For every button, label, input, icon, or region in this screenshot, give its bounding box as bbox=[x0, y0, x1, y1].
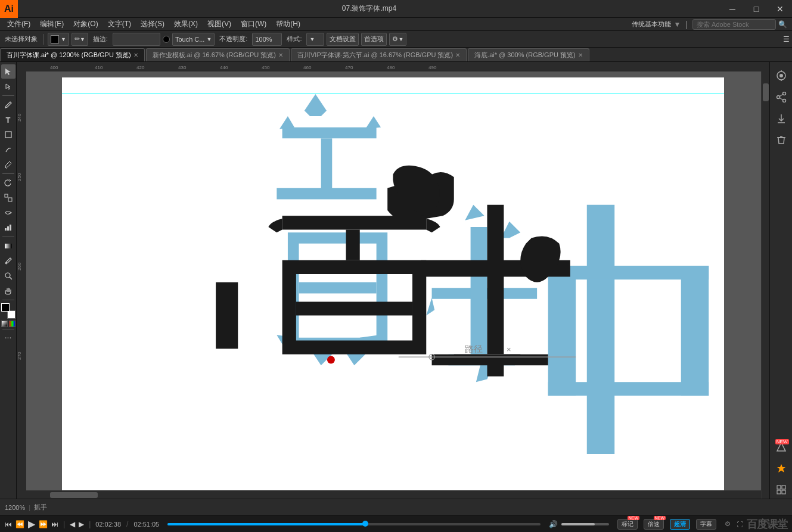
volume-slider[interactable] bbox=[561, 523, 609, 525]
menu-object[interactable]: 对象(O) bbox=[69, 18, 103, 31]
toolbar-right-icon[interactable]: ☰ bbox=[783, 35, 790, 43]
volume-fill bbox=[561, 523, 595, 525]
video-prev-chapter[interactable]: ◀ bbox=[70, 520, 75, 528]
svg-line-1 bbox=[5, 167, 7, 169]
stroke-swatch[interactable] bbox=[51, 35, 59, 43]
menu-view[interactable]: 视图(V) bbox=[203, 18, 236, 31]
video-speed-btn[interactable]: 倍速 NEW bbox=[644, 519, 664, 530]
properties-panel-toggle[interactable] bbox=[772, 67, 790, 85]
tab-close-1[interactable]: ✕ bbox=[278, 52, 283, 58]
scrollbar-horizontal[interactable] bbox=[26, 490, 761, 499]
video-progress-bar[interactable] bbox=[167, 523, 541, 525]
current-tool: 抓手 bbox=[34, 503, 47, 512]
tab-0[interactable]: 百川字体课.ai* @ 1200% (RGB/GPU 预览) ✕ bbox=[0, 48, 145, 61]
tool-direct-select[interactable] bbox=[1, 79, 15, 94]
minimize-button[interactable]: ─ bbox=[720, 0, 744, 18]
tab-3[interactable]: 海底.ai* @ 300% (RGB/GPU 预览) ✕ bbox=[468, 48, 589, 61]
bg-color[interactable] bbox=[7, 310, 15, 319]
touch-dropdown[interactable]: Touch C... ▼ bbox=[172, 33, 215, 46]
tool-brush[interactable] bbox=[1, 157, 15, 172]
artwork-svg: 路径 × bbox=[62, 77, 724, 493]
maximize-button[interactable]: □ bbox=[744, 0, 768, 18]
brush-tool[interactable]: ✏ ▼ bbox=[72, 33, 88, 46]
menu-right: 传统基本功能 ▼ | 🔍 bbox=[632, 19, 792, 30]
video-bookmark-btn[interactable]: 标记 NEW bbox=[617, 519, 638, 530]
video-time-current: 02:02:38 bbox=[95, 521, 121, 528]
tab-label-1: 新作业模板.ai @ 16.67% (RGB/GPU 预览) bbox=[153, 51, 276, 60]
search-icon[interactable]: 🔍 bbox=[778, 20, 787, 29]
stock-search[interactable] bbox=[692, 19, 776, 30]
svg-text:450: 450 bbox=[262, 65, 270, 70]
opacity-label: 不透明度: bbox=[217, 33, 250, 46]
touch-arrow[interactable]: ▼ bbox=[206, 36, 212, 42]
tool-scale[interactable] bbox=[1, 191, 15, 205]
video-rewind[interactable]: ⏮ bbox=[5, 520, 12, 528]
workspace-mode[interactable]: 传统基本功能 bbox=[632, 20, 671, 29]
tool-pencil[interactable] bbox=[1, 142, 15, 157]
color-swatches[interactable] bbox=[1, 303, 15, 319]
tab-close-0[interactable]: ✕ bbox=[133, 52, 138, 58]
scroll-thumb-h[interactable] bbox=[50, 492, 98, 498]
new-feature-button[interactable]: NEW bbox=[772, 438, 790, 456]
menu-select[interactable]: 选择(S) bbox=[136, 18, 169, 31]
menu-effect[interactable]: 效果(X) bbox=[169, 18, 203, 31]
tool-graph[interactable] bbox=[1, 220, 15, 235]
menu-help[interactable]: 帮助(H) bbox=[271, 18, 305, 31]
doc-settings-button[interactable]: 文档设置 bbox=[327, 33, 359, 46]
more-tools[interactable]: ··· bbox=[1, 331, 15, 343]
none-icon[interactable] bbox=[1, 321, 8, 327]
more-button[interactable]: ⚙▼ bbox=[389, 33, 406, 46]
bookmark-new-tag: NEW bbox=[628, 516, 639, 520]
zoom-level[interactable]: 1200% bbox=[5, 504, 25, 511]
video-fullscreen[interactable]: ⛶ bbox=[737, 521, 743, 528]
menu-text[interactable]: 文字(T) bbox=[103, 18, 136, 31]
tool-warp[interactable] bbox=[1, 206, 15, 220]
video-caption-btn[interactable]: 字幕 bbox=[696, 519, 716, 530]
svg-text:490: 490 bbox=[428, 65, 437, 70]
stroke-color-box[interactable]: ▼ bbox=[48, 33, 69, 46]
download-button[interactable] bbox=[772, 110, 790, 127]
tool-zoom[interactable] bbox=[1, 269, 15, 283]
menu-window[interactable]: 窗口(W) bbox=[236, 18, 271, 31]
stroke-dropdown-arrow[interactable]: ▼ bbox=[61, 36, 66, 42]
tool-text[interactable]: T bbox=[1, 113, 15, 127]
video-volume[interactable]: 🔊 bbox=[549, 520, 558, 528]
preferences-button[interactable]: 首选项 bbox=[361, 33, 387, 46]
svg-line-41 bbox=[779, 94, 783, 97]
fg-color[interactable] bbox=[1, 303, 10, 312]
video-play[interactable]: ▶ bbox=[28, 518, 35, 530]
tab-1[interactable]: 新作业模板.ai @ 16.67% (RGB/GPU 预览) ✕ bbox=[146, 48, 290, 61]
brush-dropdown[interactable]: ▼ bbox=[80, 36, 85, 42]
pin-button[interactable] bbox=[772, 459, 790, 477]
arrange-button[interactable] bbox=[772, 481, 790, 499]
gradient-icon[interactable] bbox=[9, 321, 15, 327]
video-settings[interactable]: ⚙ bbox=[725, 520, 731, 528]
video-fast-forward[interactable]: ⏭ bbox=[51, 520, 58, 528]
tool-pen[interactable] bbox=[1, 98, 15, 112]
stroke-value-box[interactable] bbox=[113, 33, 160, 46]
tab-close-3[interactable]: ✕ bbox=[578, 52, 583, 58]
tab-2[interactable]: 百川VIP字体课·第六节.ai @ 16.67% (RGB/GPU 预览) ✕ bbox=[291, 48, 467, 61]
video-prev-frame[interactable]: ⏪ bbox=[15, 520, 24, 528]
tool-gradient[interactable] bbox=[1, 239, 15, 253]
tab-close-2[interactable]: ✕ bbox=[455, 52, 460, 58]
canvas-content[interactable]: 路径 × bbox=[26, 71, 760, 499]
scroll-thumb-v[interactable] bbox=[763, 83, 769, 101]
opacity-value[interactable]: 100% bbox=[252, 33, 282, 46]
tool-hand[interactable] bbox=[1, 284, 15, 298]
delete-button[interactable] bbox=[772, 131, 790, 149]
tool-shape[interactable] bbox=[1, 127, 15, 142]
menu-file[interactable]: 文件(F) bbox=[2, 18, 35, 31]
tool-select[interactable] bbox=[1, 64, 15, 79]
video-next-chapter[interactable]: ▶ bbox=[79, 520, 84, 528]
tool-rotate[interactable] bbox=[1, 176, 15, 190]
video-next-frame[interactable]: ⏩ bbox=[39, 520, 48, 528]
video-quality-btn[interactable]: 超清 bbox=[670, 519, 690, 530]
scrollbar-vertical[interactable] bbox=[761, 71, 769, 499]
share-button[interactable] bbox=[772, 88, 790, 106]
close-button[interactable]: ✕ bbox=[768, 0, 792, 18]
style-dropdown[interactable]: ▼ bbox=[306, 33, 324, 46]
menu-edit[interactable]: 编辑(E) bbox=[35, 18, 69, 31]
tool-eyedropper[interactable] bbox=[1, 254, 15, 268]
svg-line-42 bbox=[779, 98, 783, 100]
